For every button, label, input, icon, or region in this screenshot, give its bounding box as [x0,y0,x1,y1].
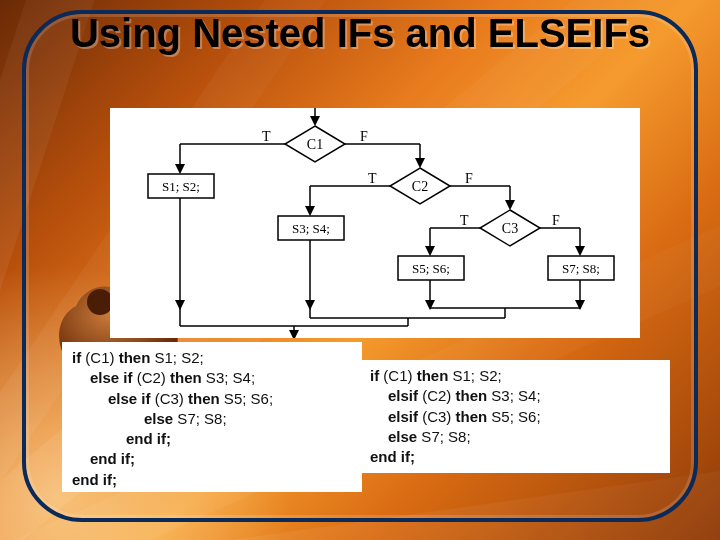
decision-c2-label: C2 [412,179,428,194]
flowchart-panel: C1 T S1; S2; F C2 T S3; S4; F C3 T S5; S… [110,108,640,338]
code-line: else S7; S8; [370,427,660,447]
process-s56-label: S5; S6; [412,261,450,276]
code-line: else S7; S8; [72,409,352,429]
edge-label-true: T [262,129,271,144]
code-line: if (C1) then S1; S2; [370,366,660,386]
code-line: else if (C3) then S5; S6; [72,389,352,409]
edge-label-true: T [368,171,377,186]
code-nested-if: if (C1) then S1; S2; else if (C2) then S… [62,342,362,492]
code-line: elsif (C2) then S3; S4; [370,386,660,406]
edge-label-false: F [552,213,560,228]
slide-title: Using Nested IFs and ELSEIFs [0,12,720,54]
decision-c1-label: C1 [307,137,323,152]
code-line: if (C1) then S1; S2; [72,348,352,368]
code-line: end if; [370,447,660,467]
flowchart-svg: C1 T S1; S2; F C2 T S3; S4; F C3 T S5; S… [110,108,640,338]
code-line: end if; [72,470,352,490]
process-s78-label: S7; S8; [562,261,600,276]
edge-label-false: F [360,129,368,144]
process-s12-label: S1; S2; [162,179,200,194]
edge-label-true: T [460,213,469,228]
code-elsif: if (C1) then S1; S2; elsif (C2) then S3;… [360,360,670,473]
code-line: end if; [72,449,352,469]
edge-label-false: F [465,171,473,186]
code-line: elsif (C3) then S5; S6; [370,407,660,427]
process-s34-label: S3; S4; [292,221,330,236]
decision-c3-label: C3 [502,221,518,236]
code-line: end if; [72,429,352,449]
code-line: else if (C2) then S3; S4; [72,368,352,388]
